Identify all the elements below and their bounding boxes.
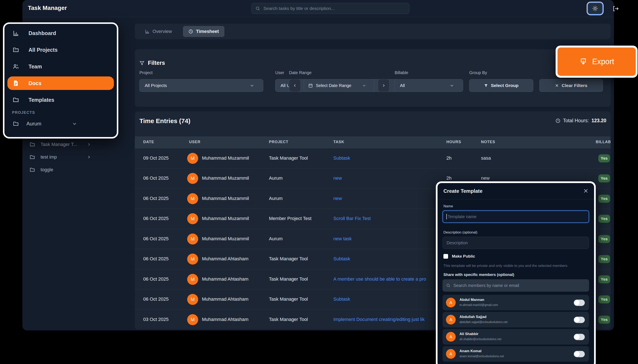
template-name-field[interactable] [443, 210, 589, 223]
cell-date: 06 Oct 2025 [143, 236, 169, 242]
total-hours-label: Total Hours: [563, 118, 589, 124]
billable-filter-select[interactable]: All [395, 79, 463, 92]
sidebar-item-label: toggle [41, 167, 53, 172]
export-button[interactable]: Export [557, 48, 636, 76]
cell-task-link[interactable]: Scroll Bar Fix Test [333, 216, 371, 221]
cell-task-link[interactable]: new task [333, 236, 352, 242]
sidebar-item-label: Docs [29, 80, 42, 86]
sidebar-item-team[interactable]: Team [8, 60, 114, 73]
cell-date: 06 Oct 2025 [143, 196, 169, 201]
template-name-input[interactable] [447, 214, 585, 219]
member-name: Abdul Mannan [459, 298, 484, 302]
member-share-toggle[interactable] [574, 300, 585, 306]
cell-project: Member Project Test [269, 216, 311, 221]
member-search-input[interactable] [453, 283, 585, 288]
cell-date: 06 Oct 2025 [143, 216, 169, 221]
cell-project: Task Manager Tool [269, 256, 308, 262]
search-input[interactable] [263, 6, 405, 11]
page: Task Manager Task Manager T... test imp [0, 0, 638, 364]
member-email: ali.shabbir@ocloudsolutions.net [459, 338, 501, 341]
view-tabs: Overview Timesheet [135, 24, 610, 39]
time-entries-title: Time Entries (74) [140, 118, 190, 124]
global-search[interactable] [251, 3, 409, 14]
date-range-picker[interactable]: Select Date Range [304, 79, 374, 92]
sidebar-nav-spotlight: Dashboard All Projects Team Docs Templat… [3, 22, 118, 138]
column-header-task: TASK [333, 140, 344, 144]
select-group-button[interactable]: Select Group [469, 79, 533, 92]
column-header-date: DATE [143, 140, 154, 144]
template-description-input[interactable] [446, 240, 585, 246]
make-public-row[interactable]: Make Public [443, 254, 475, 259]
table-row[interactable]: 09 Oct 2025 M Muhammad Muzammil Task Man… [135, 148, 610, 168]
billable-badge: Yes [598, 296, 610, 304]
tab-overview[interactable]: Overview [140, 26, 178, 37]
cell-task-link[interactable]: Subtask [333, 256, 350, 262]
cell-user: Muhammad Ahtasham [202, 256, 248, 262]
column-header-notes: NOTES [481, 140, 495, 144]
avatar: M [187, 254, 198, 264]
top-bar: Task Manager [23, 0, 614, 17]
sidebar-item-toggle[interactable]: toggle [30, 164, 93, 176]
tab-label: Timesheet [196, 29, 219, 34]
cell-task-link[interactable]: Subtask [333, 296, 350, 302]
sidebar-item-label: test imp [41, 154, 57, 160]
cell-hours: 2h [446, 156, 451, 161]
button-label: Export [592, 57, 614, 66]
sidebar-item-task-manager-project[interactable]: Task Manager T... [30, 138, 93, 150]
member-search-field[interactable] [443, 279, 589, 292]
create-template-modal: Create Template Name Description (option… [436, 181, 596, 364]
member-email: abdullah.sajjad@ocloudsolutions.net [459, 320, 507, 324]
cell-project: Aurum [269, 176, 283, 181]
make-public-checkbox[interactable] [443, 254, 448, 259]
sidebar-item-dashboard[interactable]: Dashboard [8, 26, 114, 40]
cell-date: 03 Oct 2025 [143, 317, 169, 322]
member-row: A Abdullah Sajjad abdullah.sajjad@ocloud… [443, 312, 589, 328]
modal-title: Create Template [443, 188, 482, 194]
cell-user: Muhammad Muzammil [202, 216, 249, 221]
cell-task-link[interactable]: A member use should be able to create a … [333, 276, 426, 282]
chevron-down-icon[interactable] [72, 122, 77, 126]
tab-timesheet[interactable]: Timesheet [183, 26, 224, 37]
sidebar-item-test-imp[interactable]: test imp [30, 151, 93, 163]
sidebar-item-aurum[interactable]: Aurum [8, 118, 114, 130]
date-next-button[interactable] [378, 79, 390, 92]
theme-toggle-button[interactable] [587, 2, 603, 14]
download-icon [579, 58, 587, 66]
cell-task-link[interactable]: Subtask [333, 156, 350, 161]
cell-user: Muhammad Muzammil [202, 236, 249, 242]
close-button[interactable] [583, 188, 588, 194]
privacy-note: This template will be private and only v… [443, 264, 587, 268]
cell-project: Task Manager Tool [269, 156, 308, 161]
cell-task-link[interactable]: new [333, 176, 342, 181]
sidebar-item-templates[interactable]: Templates [8, 93, 114, 106]
button-label: Select Group [491, 83, 519, 88]
project-filter-select[interactable]: All Projects [140, 79, 263, 92]
template-description-field[interactable] [443, 237, 589, 249]
sidebar-item-all-projects[interactable]: All Projects [8, 43, 114, 56]
cell-date: 06 Oct 2025 [143, 176, 169, 181]
folder-icon [30, 167, 35, 172]
bar-chart-icon [12, 30, 20, 36]
app-title: Task Manager [28, 5, 67, 12]
clear-filters-button[interactable]: Clear Filters [539, 79, 603, 92]
member-share-toggle[interactable] [574, 334, 585, 340]
logout-button[interactable] [611, 4, 620, 13]
date-prev-button[interactable] [289, 79, 301, 92]
billable-filter-label: Billable [395, 70, 408, 75]
column-header-billable: BILLABLE [596, 140, 610, 144]
cell-project: Task Manager Tool [269, 276, 308, 282]
cell-date: 09 Oct 2025 [143, 156, 169, 161]
member-share-toggle[interactable] [574, 317, 585, 323]
avatar: A [446, 298, 456, 308]
avatar: M [187, 193, 198, 204]
cell-user: Muhammad Ahtasham [202, 296, 248, 302]
team-icon [12, 63, 20, 70]
member-share-toggle[interactable] [574, 351, 585, 357]
cell-task-link[interactable]: new [333, 196, 342, 201]
sidebar-item-docs[interactable]: Docs [8, 76, 114, 90]
billable-badge: Yes [598, 275, 610, 283]
avatar: M [187, 294, 198, 305]
cell-task-link[interactable]: Implement Document creating/editing just… [333, 317, 425, 322]
billable-badge: Yes [598, 174, 610, 182]
cell-user: Muhammad Muzammil [202, 196, 249, 201]
